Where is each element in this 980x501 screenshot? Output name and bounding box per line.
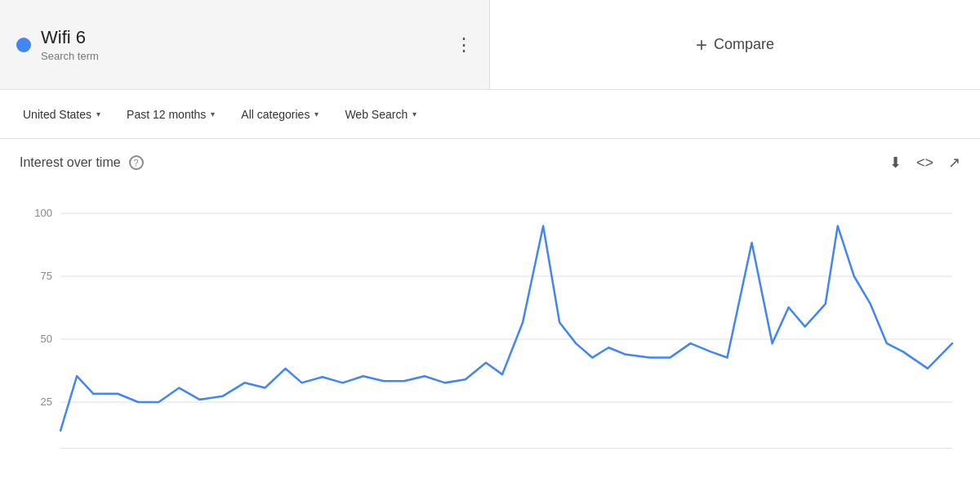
compare-label: Compare — [714, 36, 774, 53]
period-filter[interactable]: Past 12 months ▾ — [117, 101, 225, 127]
region-label: United States — [23, 108, 91, 121]
chart-title: Interest over time — [20, 155, 121, 170]
search-term-block: Wifi 6 Search term ⋮ — [0, 0, 490, 89]
filters-bar: United States ▾ Past 12 months ▾ All cat… — [0, 90, 980, 139]
chart-section: Interest over time ? ⬇ <> ↗ 100 75 50 25 — [0, 139, 980, 501]
chart-actions: ⬇ <> ↗ — [889, 154, 960, 172]
chart-container: 100 75 50 25 — [20, 180, 960, 499]
search-type-filter[interactable]: Web Search ▾ — [335, 101, 426, 127]
search-term-left: Wifi 6 Search term — [16, 27, 99, 62]
search-term-title: Wifi 6 — [41, 27, 99, 48]
search-term-text: Wifi 6 Search term — [41, 27, 99, 62]
category-filter[interactable]: All categories ▾ — [231, 101, 328, 127]
svg-text:75: 75 — [41, 270, 52, 282]
svg-text:50: 50 — [41, 333, 52, 345]
header: Wifi 6 Search term ⋮ + Compare — [0, 0, 980, 90]
search-term-subtitle: Search term — [41, 50, 99, 62]
region-caret-icon: ▾ — [96, 110, 100, 119]
search-type-label: Web Search — [345, 108, 408, 121]
download-icon[interactable]: ⬇ — [889, 154, 902, 172]
embed-icon[interactable]: <> — [916, 154, 933, 172]
chart-header: Interest over time ? ⬇ <> ↗ — [0, 139, 980, 172]
category-label: All categories — [241, 108, 310, 121]
region-filter[interactable]: United States ▾ — [13, 101, 110, 127]
interest-over-time-chart: 100 75 50 25 — [20, 180, 960, 499]
period-label: Past 12 months — [127, 108, 206, 121]
period-caret-icon: ▾ — [211, 110, 215, 119]
term-color-dot — [16, 38, 31, 52]
svg-text:25: 25 — [41, 396, 52, 408]
chart-title-area: Interest over time ? — [20, 155, 144, 170]
more-options-icon[interactable]: ⋮ — [455, 34, 473, 56]
svg-text:100: 100 — [34, 207, 52, 219]
compare-block[interactable]: + Compare — [490, 0, 980, 89]
search-type-caret-icon: ▾ — [412, 110, 416, 119]
share-icon[interactable]: ↗ — [948, 154, 960, 172]
category-caret-icon: ▾ — [314, 110, 318, 119]
help-icon[interactable]: ? — [129, 155, 144, 170]
compare-plus-icon: + — [696, 34, 707, 56]
